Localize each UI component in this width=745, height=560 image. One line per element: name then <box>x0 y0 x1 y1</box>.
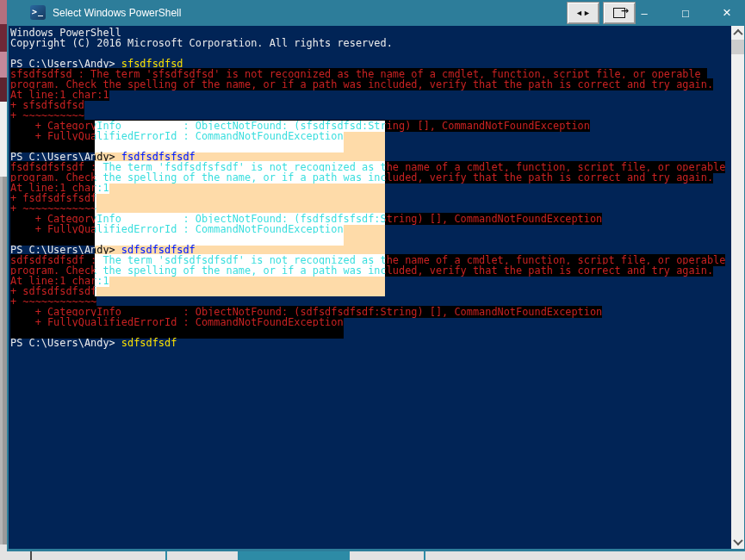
maximize-icon: □ <box>682 7 689 20</box>
maximize-button[interactable]: □ <box>668 0 703 26</box>
chevron-up-icon <box>733 29 742 39</box>
console-line: At line:1 char:1 <box>10 90 725 100</box>
console-plain-text: PS C:\Users\Andy> <box>10 337 121 349</box>
scroll-up-button[interactable] <box>731 26 744 40</box>
tab-highlight <box>238 551 350 560</box>
exit-icon: → <box>613 8 625 18</box>
divider-line <box>424 551 425 560</box>
background-fragment <box>0 24 7 52</box>
titlebar[interactable]: > _ Select Windows PowerShell ◄► → – □ × <box>7 0 745 26</box>
background-fragment <box>0 0 7 24</box>
divider-line <box>165 551 167 560</box>
error-text: program. Check the spelling of the name,… <box>10 78 713 90</box>
close-icon: × <box>723 4 731 22</box>
scrollbar-thumb[interactable] <box>731 40 744 54</box>
window-title: Select Windows PowerShell <box>53 7 181 19</box>
console-output[interactable]: Windows PowerShellCopyright (C) 2016 Mic… <box>9 26 731 549</box>
divider-line <box>30 551 32 560</box>
window-body: Windows PowerShellCopyright (C) 2016 Mic… <box>7 26 745 551</box>
mark-resize-button[interactable]: ◄► <box>567 2 599 24</box>
console-line: Copyright (C) 2016 Microsoft Corporation… <box>10 38 725 48</box>
powershell-icon-underscore: _ <box>38 6 43 16</box>
background-fragment <box>0 177 7 544</box>
scroll-down-button[interactable] <box>731 535 744 549</box>
powershell-icon: > _ <box>30 5 46 20</box>
chevron-down-icon <box>733 536 742 545</box>
console-line: PS C:\Users\Andy> sdfsdfsdf <box>10 338 725 348</box>
console-selection-highlight <box>95 121 385 296</box>
minimize-icon: – <box>641 7 647 20</box>
powershell-window: > _ Select Windows PowerShell ◄► → – □ ×… <box>7 0 745 551</box>
powershell-icon-chevron: > <box>31 7 38 16</box>
close-button[interactable]: × <box>710 0 744 26</box>
background-window-left[interactable] <box>0 0 7 560</box>
console-line: program. Check the spelling of the name,… <box>10 79 725 90</box>
vertical-scrollbar[interactable] <box>731 26 744 549</box>
background-window-bottom[interactable] <box>0 551 745 560</box>
minimize-button[interactable]: – <box>627 0 661 26</box>
console-plain-text: Copyright (C) 2016 Microsoft Corporation… <box>10 37 393 49</box>
left-right-arrows-icon: ◄► <box>575 9 591 17</box>
background-fragment <box>0 102 7 177</box>
command-text: sdfsdfsdf <box>121 337 177 349</box>
console-line: + sfsdfsdfsd <box>10 100 725 110</box>
background-fragment <box>0 52 7 78</box>
background-fragment <box>0 78 7 102</box>
